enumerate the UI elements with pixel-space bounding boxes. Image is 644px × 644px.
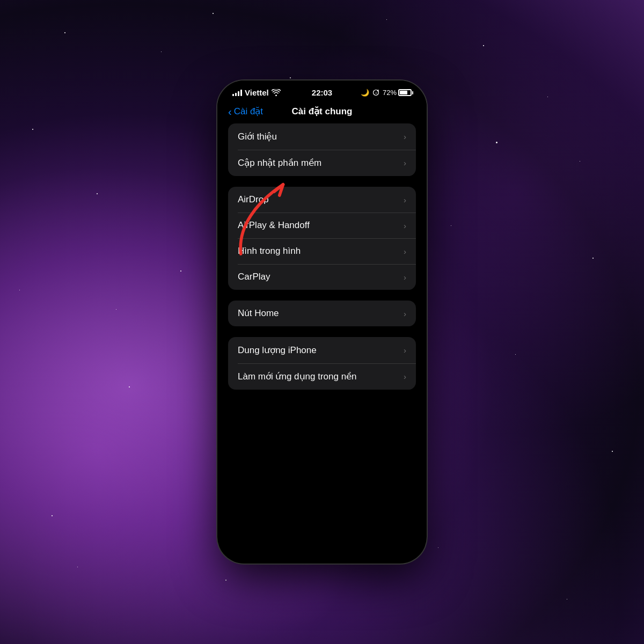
page-title: Cài đặt chung (292, 106, 353, 117)
settings-label-airplay: AirPlay & Handoff (238, 220, 310, 231)
settings-label-hinhtrong: Hình trong hình (238, 246, 301, 257)
moon-icon: 🌙 (361, 89, 369, 97)
chevron-icon-lammoi: › (404, 372, 406, 381)
battery-fill (400, 91, 407, 94)
settings-row-nuthome[interactable]: Nút Home › (228, 301, 416, 326)
settings-group-4: Dung lượng iPhone › Làm mới ứng dụng tro… (228, 337, 416, 390)
chevron-icon-capnhat: › (404, 158, 406, 167)
signal-icon (232, 90, 242, 96)
time-display: 22:03 (312, 88, 332, 97)
settings-group-2: AirDrop › AirPlay & Handoff › Hình trong… (228, 187, 416, 290)
settings-content: Giới thiệu › Cập nhật phần mềm › AirDrop… (217, 123, 427, 400)
back-chevron-icon: ‹ (228, 106, 232, 117)
settings-group-3: Nút Home › (228, 301, 416, 326)
back-button[interactable]: ‹ Cài đặt (228, 106, 263, 117)
chevron-icon-dungluong: › (404, 346, 406, 355)
battery-percent: 72% (383, 89, 397, 97)
settings-label-capnhat: Cập nhật phần mềm (238, 157, 321, 169)
rotation-lock-icon: ⊙ (372, 89, 379, 96)
chevron-icon-nuthome: › (404, 309, 406, 318)
status-left: Viettel (232, 88, 281, 97)
chevron-icon-airplay: › (404, 221, 406, 230)
settings-label-lammoi: Làm mới ứng dụng trong nền (238, 371, 357, 382)
settings-row-dungluong[interactable]: Dung lượng iPhone › (228, 337, 416, 363)
settings-group-1: Giới thiệu › Cập nhật phần mềm › (228, 123, 416, 176)
svg-text:⊙: ⊙ (375, 91, 377, 94)
settings-label-gioithieu: Giới thiệu (238, 131, 277, 142)
settings-label-dungluong: Dung lượng iPhone (238, 345, 317, 356)
battery-indicator: 72% (383, 89, 412, 97)
settings-label-airdrop: AirDrop (238, 194, 269, 205)
settings-row-gioithieu[interactable]: Giới thiệu › (228, 123, 416, 150)
carrier-label: Viettel (245, 88, 269, 97)
status-bar: Viettel 22:03 🌙 ⊙ 72% (217, 80, 427, 101)
wifi-icon (272, 89, 281, 96)
settings-label-carplay: CarPlay (238, 272, 270, 282)
settings-row-capnhat[interactable]: Cập nhật phần mềm › (228, 150, 416, 176)
chevron-icon-hinhtrong: › (404, 247, 406, 256)
back-label: Cài đặt (234, 106, 263, 117)
settings-row-lammoi[interactable]: Làm mới ứng dụng trong nền › (228, 363, 416, 390)
status-right: 🌙 ⊙ 72% (361, 89, 412, 97)
chevron-icon-airdrop: › (404, 195, 406, 204)
settings-row-airplay[interactable]: AirPlay & Handoff › (228, 213, 416, 238)
settings-row-hinhtrong[interactable]: Hình trong hình › (228, 238, 416, 264)
chevron-icon-gioithieu: › (404, 132, 406, 141)
nav-header: ‹ Cài đặt Cài đặt chung (217, 101, 427, 123)
chevron-icon-carplay: › (404, 273, 406, 282)
settings-row-carplay[interactable]: CarPlay › (228, 264, 416, 290)
phone-frame: Viettel 22:03 🌙 ⊙ 72% (217, 80, 427, 564)
settings-row-airdrop[interactable]: AirDrop › (228, 187, 416, 213)
settings-label-nuthome: Nút Home (238, 308, 279, 319)
battery-icon (398, 89, 412, 96)
